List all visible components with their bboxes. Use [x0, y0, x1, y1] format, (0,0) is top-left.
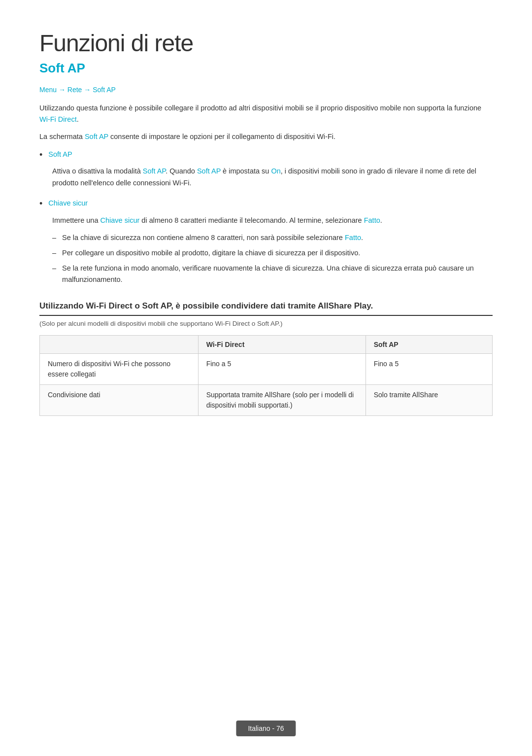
wifi-direct-link-1[interactable]: Wi-Fi Direct: [39, 115, 77, 123]
on-link[interactable]: On: [271, 167, 280, 175]
sub-bullet-3: – Se la rete funziona in modo anomalo, v…: [52, 263, 493, 285]
table-header-row: Wi-Fi Direct Soft AP: [40, 336, 493, 354]
soft-ap-inline-link-2[interactable]: Soft AP: [197, 167, 221, 175]
table-cell-wifi-2: Supportata tramite AllShare (solo per i …: [198, 385, 366, 416]
dash-1: –: [52, 232, 56, 243]
bullet-dot-2: •: [39, 197, 42, 211]
section-title: Soft AP: [39, 61, 493, 76]
intro-p2-end: consente di impostare le opzioni per il …: [108, 133, 335, 140]
intro-p1-end: .: [77, 115, 79, 123]
page-footer: Italiano - 76: [236, 721, 296, 736]
table-header-soft-ap: Soft AP: [366, 336, 492, 354]
intro-p1-text: Utilizzando questa funzione è possibile …: [39, 104, 481, 112]
bullet-label-chiave: Chiave sicur: [48, 198, 88, 209]
table-cell-label-1: Numero di dispositivi Wi-Fi che possono …: [40, 354, 199, 385]
bullet-dot-1: •: [39, 148, 42, 162]
intro-paragraph-2: La schermata Soft AP consente di imposta…: [39, 131, 493, 142]
fatto-link[interactable]: Fatto: [364, 216, 380, 224]
table-cell-softap-1: Fino a 5: [366, 354, 492, 385]
table-header-empty: [40, 336, 199, 354]
dash-3: –: [52, 263, 56, 274]
table-cell-softap-2: Solo tramite AllShare: [366, 385, 492, 416]
chiave-sicur-link[interactable]: Chiave sicur: [100, 216, 140, 224]
comparison-section: Utilizzando Wi-Fi Direct o Soft AP, è po…: [39, 301, 493, 416]
sub-bullet-text-1: Se la chiave di sicurezza non contiene a…: [62, 232, 363, 243]
intro-p2-start: La schermata: [39, 133, 85, 140]
comparison-table: Wi-Fi Direct Soft AP Numero di dispositi…: [39, 335, 493, 416]
sub-bullet-1: – Se la chiave di sicurezza non contiene…: [52, 232, 493, 243]
bullet-soft-ap: • Soft AP Attiva o disattiva la modalità…: [39, 149, 493, 189]
breadcrumb-soft-ap[interactable]: Soft AP: [93, 86, 116, 94]
dash-2: –: [52, 247, 56, 259]
fatto-link-2[interactable]: Fatto: [345, 234, 361, 241]
soft-ap-inline-link-1[interactable]: Soft AP: [143, 167, 166, 175]
table-row: Numero di dispositivi Wi-Fi che possono …: [40, 354, 493, 385]
comparison-title: Utilizzando Wi-Fi Direct o Soft AP, è po…: [39, 301, 493, 316]
bullet-item-soft-ap: • Soft AP: [39, 149, 493, 162]
page-number: Italiano - 76: [248, 724, 284, 732]
table-row: Condivisione dati Supportata tramite All…: [40, 385, 493, 416]
bullet-desc-chiave: Immettere una Chiave sicur di almeno 8 c…: [52, 215, 493, 226]
breadcrumb: Menu → Rete → Soft AP: [39, 86, 493, 94]
sub-bullets-chiave: – Se la chiave di sicurezza non contiene…: [52, 232, 493, 286]
page-title: Funzioni di rete: [39, 30, 493, 57]
breadcrumb-arrow1: →: [59, 86, 66, 94]
breadcrumb-arrow2: →: [84, 86, 91, 94]
breadcrumb-menu[interactable]: Menu: [39, 86, 57, 94]
table-header-wifi-direct: Wi-Fi Direct: [198, 336, 366, 354]
table-cell-wifi-1: Fino a 5: [198, 354, 366, 385]
table-cell-label-2: Condivisione dati: [40, 385, 199, 416]
bullet-item-chiave: • Chiave sicur: [39, 198, 493, 211]
intro-paragraph-1: Utilizzando questa funzione è possibile …: [39, 103, 493, 125]
page-container: Funzioni di rete Soft AP Menu → Rete → S…: [0, 0, 532, 465]
comparison-subtitle: (Solo per alcuni modelli di dispositivi …: [39, 320, 493, 327]
bullet-chiave-sicur: • Chiave sicur Immettere una Chiave sicu…: [39, 198, 493, 286]
sub-bullet-2: – Per collegare un dispositivo mobile al…: [52, 247, 493, 259]
sub-bullet-text-3: Se la rete funziona in modo anomalo, ver…: [62, 263, 493, 285]
soft-ap-link-1[interactable]: Soft AP: [85, 133, 108, 140]
sub-bullet-text-2: Per collegare un dispositivo mobile al p…: [62, 247, 360, 259]
breadcrumb-rete[interactable]: Rete: [67, 86, 82, 94]
bullet-label-soft-ap: Soft AP: [48, 149, 72, 160]
bullet-desc-soft-ap: Attiva o disattiva la modalità Soft AP. …: [52, 166, 493, 188]
